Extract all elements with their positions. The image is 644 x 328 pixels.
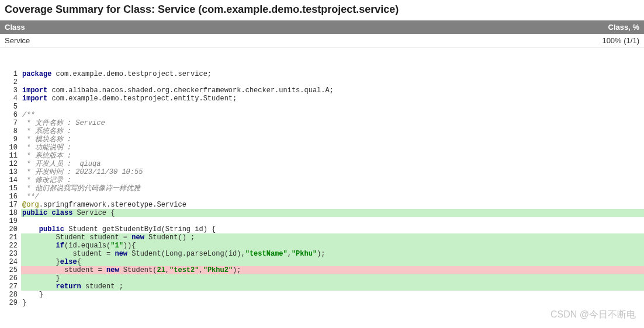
- code-line: 9 * 模块名称 :: [0, 135, 644, 144]
- line-number: 2: [0, 78, 21, 86]
- line-number: 24: [0, 258, 21, 266]
- line-content: * 开发时间 : 2023/11/30 10:55: [21, 168, 644, 176]
- code-line: 25 student = new Student(2l,"test2","Pkh…: [0, 266, 644, 274]
- line-number: 4: [0, 95, 21, 103]
- line-content: * 系统名称 :: [21, 127, 644, 135]
- code-line: 18public class Service {: [0, 209, 644, 217]
- line-content: /**: [21, 111, 644, 119]
- code-line: 27 return student ;: [0, 282, 644, 291]
- table-row: Service 100% (1/1): [0, 34, 644, 48]
- cell-class-pct: 100% (1/1): [275, 34, 644, 48]
- code-line: 16 **/: [0, 193, 644, 201]
- code-line: 19: [0, 217, 644, 225]
- line-number: 9: [0, 135, 21, 144]
- code-line: 21 Student student = new Student() ;: [0, 233, 644, 242]
- code-line: 23 student = new Student(Long.parseLong(…: [0, 250, 644, 258]
- line-number: 18: [0, 209, 21, 217]
- line-content: * 文件名称 : Service: [21, 119, 644, 127]
- line-number: 1: [0, 70, 21, 78]
- line-content: }: [21, 274, 644, 282]
- line-content: * 他们都说我写的代码像诗一样优雅: [21, 184, 644, 193]
- line-content: [21, 217, 644, 225]
- line-content: }else{: [21, 258, 644, 266]
- code-line: 28 }: [0, 291, 644, 299]
- line-number: 3: [0, 86, 21, 95]
- line-number: 25: [0, 266, 21, 274]
- line-content: * 系统版本 :: [21, 152, 644, 160]
- line-number: 19: [0, 217, 21, 225]
- col-pct-header: Class, %: [275, 20, 644, 34]
- line-content: }: [21, 291, 644, 299]
- line-content: student = new Student(2l,"test2","Pkhu2"…: [21, 266, 644, 274]
- code-line: 8 * 系统名称 :: [0, 127, 644, 135]
- code-line: 3import com.alibaba.nacos.shaded.org.che…: [0, 86, 644, 95]
- code-line: 15 * 他们都说我写的代码像诗一样优雅: [0, 184, 644, 193]
- code-line: 2: [0, 78, 644, 86]
- line-content: @org.springframework.stereotype.Service: [21, 201, 644, 209]
- code-line: 12 * 开发人员 : qiuqa: [0, 160, 644, 168]
- page-title: Coverage Summary for Class: Service (com…: [0, 0, 644, 20]
- cell-class-name: Service: [0, 34, 275, 48]
- line-content: Student student = new Student() ;: [21, 233, 644, 242]
- line-content: * 模块名称 :: [21, 135, 644, 144]
- code-line: 1package com.example.demo.testproject.se…: [0, 70, 644, 78]
- line-number: 27: [0, 282, 21, 291]
- line-content: [21, 78, 644, 86]
- line-content: public Student getStudentById(String id)…: [21, 225, 644, 233]
- code-line: 7 * 文件名称 : Service: [0, 119, 644, 127]
- code-line: 4import com.example.demo.testproject.ent…: [0, 95, 644, 103]
- line-content: if(id.equals("1")){: [21, 242, 644, 250]
- line-content: student = new Student(Long.parseLong(id)…: [21, 250, 644, 258]
- line-number: 16: [0, 193, 21, 201]
- line-number: 8: [0, 127, 21, 135]
- code-line: 13 * 开发时间 : 2023/11/30 10:55: [0, 168, 644, 176]
- code-line: 17@org.springframework.stereotype.Servic…: [0, 201, 644, 209]
- line-content: return student ;: [21, 282, 644, 291]
- line-content: import com.example.demo.testproject.enti…: [21, 95, 644, 103]
- line-content: * 修改记录 :: [21, 176, 644, 184]
- code-line: 29}: [0, 299, 644, 307]
- line-number: 23: [0, 250, 21, 258]
- line-number: 6: [0, 111, 21, 119]
- line-number: 26: [0, 274, 21, 282]
- code-line: 10 * 功能说明 :: [0, 144, 644, 152]
- line-number: 11: [0, 152, 21, 160]
- line-number: 28: [0, 291, 21, 299]
- code-line: 26 }: [0, 274, 644, 282]
- line-number: 5: [0, 103, 21, 111]
- source-code: 1package com.example.demo.testproject.se…: [0, 70, 644, 307]
- line-content: [21, 103, 644, 111]
- line-number: 10: [0, 144, 21, 152]
- code-line: 20 public Student getStudentById(String …: [0, 225, 644, 233]
- code-line: 22 if(id.equals("1")){: [0, 242, 644, 250]
- line-number: 17: [0, 201, 21, 209]
- line-content: public class Service {: [21, 209, 644, 217]
- table-header-row: Class Class, %: [0, 20, 644, 34]
- code-line: 24 }else{: [0, 258, 644, 266]
- line-number: 20: [0, 225, 21, 233]
- coverage-table: Class Class, % Service 100% (1/1): [0, 20, 644, 48]
- line-content: import com.alibaba.nacos.shaded.org.chec…: [21, 86, 644, 95]
- line-number: 12: [0, 160, 21, 168]
- line-number: 15: [0, 184, 21, 193]
- code-line: 5: [0, 103, 644, 111]
- line-number: 21: [0, 233, 21, 242]
- line-content: package com.example.demo.testproject.ser…: [21, 70, 644, 78]
- line-content: * 功能说明 :: [21, 144, 644, 152]
- line-number: 14: [0, 176, 21, 184]
- line-number: 13: [0, 168, 21, 176]
- col-class-header: Class: [0, 20, 275, 34]
- code-line: 6/**: [0, 111, 644, 119]
- line-number: 7: [0, 119, 21, 127]
- line-content: **/: [21, 193, 644, 201]
- line-number: 22: [0, 242, 21, 250]
- code-line: 14 * 修改记录 :: [0, 176, 644, 184]
- line-number: 29: [0, 299, 21, 307]
- line-content: }: [21, 299, 644, 307]
- code-line: 11 * 系统版本 :: [0, 152, 644, 160]
- line-content: * 开发人员 : qiuqa: [21, 160, 644, 168]
